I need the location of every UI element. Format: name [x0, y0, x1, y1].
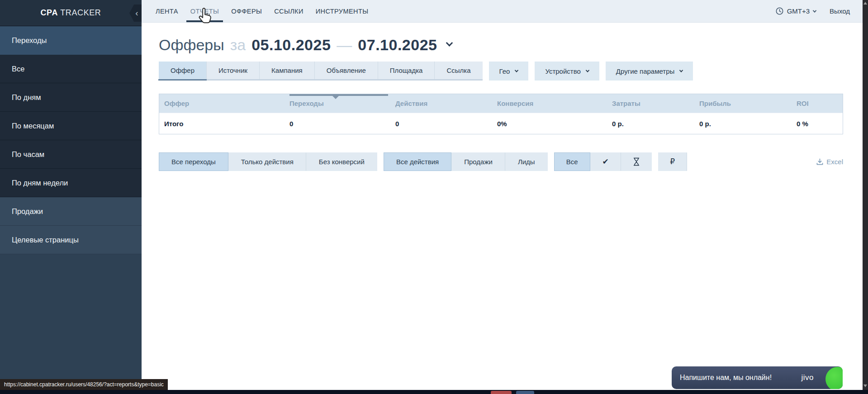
nav-right: GMT+3 Выход [776, 7, 850, 15]
brand-logo: CPA TRACKER [41, 8, 101, 18]
filter-status-confirmed[interactable]: ✔ [590, 152, 621, 171]
tab-campaign[interactable]: Кампания [260, 62, 315, 79]
top-nav: ЛЕНТА ОТЧЕТЫ ОФФЕРЫ ССЫЛКИ ИНСТРУМЕНТЫ G… [142, 0, 863, 23]
sidebar-item-by-hours[interactable]: По часам [0, 140, 142, 169]
report-title: Офферы за 05.10.2025 — 07.10.2025 [159, 34, 843, 55]
date-from[interactable]: 05.10.2025 [251, 36, 331, 54]
other-params-dropdown[interactable]: Другие параметры [606, 62, 693, 81]
jivo-chat-widget[interactable]: Напишите нам, мы онлайн! jivo [672, 366, 843, 389]
brand-bold: CPA [41, 8, 58, 17]
date-to[interactable]: 07.10.2025 [358, 36, 437, 54]
action-filter-group: Все действия Продажи Лиды [384, 152, 548, 171]
sidebar-item-label: Продажи [12, 207, 43, 216]
table-row-totals: Итого 0 0 0% 0 р. 0 р. 0 % [159, 113, 843, 134]
taskbar-app-red[interactable] [491, 391, 512, 394]
hourglass-icon [633, 157, 640, 166]
sidebar-item-label: По месяцам [12, 122, 54, 130]
page-title: Офферы [159, 36, 224, 54]
totals-costs: 0 р. [612, 120, 699, 128]
filter-row: Все переходы Только действия Без конверс… [159, 152, 843, 171]
ruble-icon: ₽ [670, 157, 675, 166]
table-header-row: Оффер Переходы Действия Конверсия Затрат… [159, 94, 843, 113]
clock-icon [776, 7, 783, 15]
dropdown-label: Другие параметры [616, 67, 675, 75]
taskbar-edge [0, 390, 868, 394]
sidebar-item-label: Целевые страницы [12, 236, 79, 244]
chevron-down-icon [515, 68, 518, 72]
tab-source[interactable]: Источник [207, 62, 260, 79]
geo-dropdown[interactable]: Гео [489, 62, 529, 81]
sidebar-item-by-weekdays[interactable]: По дням недели [0, 169, 142, 197]
sidebar-header: CPA TRACKER ‹ [0, 0, 142, 26]
column-header-costs[interactable]: Затраты [612, 94, 699, 113]
nav-tab-offers[interactable]: ОФФЕРЫ [231, 0, 262, 22]
sidebar-item-label: Все [12, 65, 24, 73]
sidebar-item-sales[interactable]: Продажи [0, 197, 142, 226]
chat-message: Напишите нам, мы онлайн! [672, 374, 772, 382]
nav-tabs: ЛЕНТА ОТЧЕТЫ ОФФЕРЫ ССЫЛКИ ИНСТРУМЕНТЫ [156, 0, 368, 22]
chevron-down-icon [679, 68, 683, 72]
sidebar: CPA TRACKER ‹ Переходы Все По дням По ме… [0, 0, 142, 390]
timezone-selector[interactable]: GMT+3 [776, 7, 816, 15]
jivo-green-leaf-icon [825, 367, 843, 389]
sidebar-menu: Переходы Все По дням По месяцам По часам… [0, 26, 142, 254]
totals-roi: 0 % [797, 120, 843, 128]
filter-currency-ruble[interactable]: ₽ [658, 152, 687, 171]
tab-ad[interactable]: Объявление [315, 62, 378, 79]
filter-leads[interactable]: Лиды [505, 152, 548, 171]
vertical-scrollbar[interactable] [863, 0, 868, 390]
totals-label: Итого [164, 120, 289, 128]
sidebar-item-landing-pages[interactable]: Целевые страницы [0, 226, 142, 254]
column-header-offer[interactable]: Оффер [164, 94, 289, 113]
tab-platform[interactable]: Площадка [378, 62, 435, 79]
title-preposition: за [230, 36, 246, 54]
tab-offer[interactable]: Оффер [159, 62, 207, 79]
status-bar-url: https://cabinet.cpatracker.ru/users/4825… [0, 379, 168, 390]
nav-tab-links[interactable]: ССЫЛКИ [274, 0, 304, 22]
sidebar-item-by-days[interactable]: По дням [0, 83, 142, 112]
brand-rest: TRACKER [58, 8, 101, 17]
filter-all-transitions[interactable]: Все переходы [159, 152, 228, 171]
logout-link[interactable]: Выход [830, 7, 850, 15]
column-header-conversion[interactable]: Конверсия [497, 94, 612, 113]
filter-only-actions[interactable]: Только действия [228, 152, 306, 171]
sidebar-item-by-months[interactable]: По месяцам [0, 112, 142, 140]
filter-status-pending[interactable] [621, 152, 652, 171]
export-excel-button[interactable]: Excel [816, 158, 843, 166]
scroll-up-arrow-icon[interactable] [863, 2, 867, 5]
sidebar-item-label: По дням недели [12, 179, 68, 187]
filter-all-actions[interactable]: Все действия [384, 152, 451, 171]
dropdown-label: Гео [499, 67, 510, 75]
filter-sales[interactable]: Продажи [451, 152, 505, 171]
column-header-profit[interactable]: Прибыль [699, 94, 797, 113]
sidebar-item-label: Переходы [12, 36, 47, 45]
nav-tab-tools[interactable]: ИНСТРУМЕНТЫ [316, 0, 369, 22]
status-filter-group: Все ✔ [554, 152, 652, 171]
chevron-left-icon: ‹ [135, 8, 138, 18]
chevron-down-icon [813, 9, 816, 12]
totals-profit: 0 р. [699, 120, 797, 128]
chevron-down-icon [586, 68, 589, 72]
taskbar-app-blue[interactable] [516, 391, 534, 394]
totals-conversion: 0% [497, 120, 612, 128]
column-header-transitions[interactable]: Переходы [289, 94, 395, 113]
report-table: Оффер Переходы Действия Конверсия Затрат… [159, 94, 843, 134]
filter-no-conversions[interactable]: Без конверсий [306, 152, 377, 171]
nav-tab-reports[interactable]: ОТЧЕТЫ [190, 0, 219, 22]
sidebar-item-transitions[interactable]: Переходы [0, 26, 142, 55]
timezone-label: GMT+3 [787, 7, 810, 15]
filter-status-all[interactable]: Все [554, 152, 590, 171]
date-range-chevron-icon[interactable] [446, 39, 453, 47]
nav-tab-feed[interactable]: ЛЕНТА [156, 0, 178, 22]
export-label: Excel [826, 158, 843, 166]
dimension-tab-group: Оффер Источник Кампания Объявление Площа… [159, 62, 483, 81]
tab-link[interactable]: Ссылка [435, 62, 482, 79]
column-header-actions[interactable]: Действия [395, 94, 497, 113]
column-header-roi[interactable]: ROI [797, 94, 843, 113]
check-icon: ✔ [602, 157, 609, 166]
sidebar-collapse-button[interactable]: ‹ [129, 5, 142, 22]
scroll-down-arrow-icon[interactable] [863, 385, 867, 387]
date-separator: — [337, 36, 352, 54]
totals-actions: 0 [395, 120, 497, 128]
device-dropdown[interactable]: Устройство [535, 62, 599, 81]
